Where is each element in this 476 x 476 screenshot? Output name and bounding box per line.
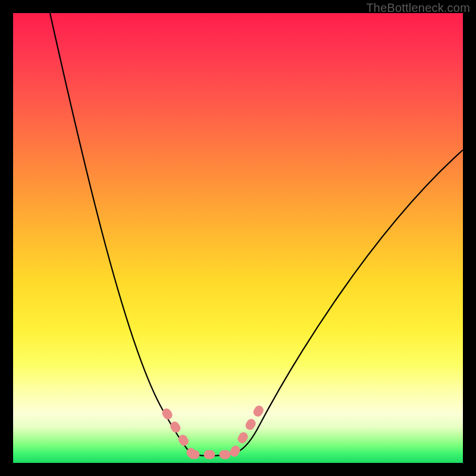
chart-plot-area (13, 13, 463, 463)
chart-svg-layer (13, 13, 463, 463)
highlight-left (167, 413, 192, 453)
bottleneck-curve (50, 13, 463, 456)
watermark-text: TheBottleneck.com (366, 1, 470, 15)
chart-frame: TheBottleneck.com (0, 0, 476, 476)
